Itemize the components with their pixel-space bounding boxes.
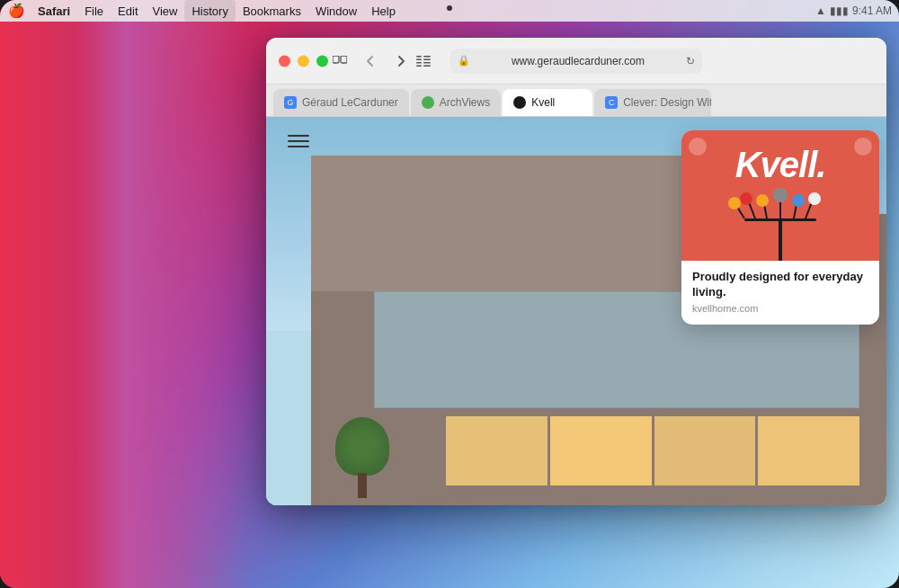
kvell-corner-left xyxy=(689,138,707,156)
menu-bar: 🍎 Safari File Edit View History Bookmark… xyxy=(0,0,899,22)
svg-rect-4 xyxy=(416,62,422,64)
svg-line-22 xyxy=(737,207,744,218)
svg-line-20 xyxy=(806,202,812,218)
svg-point-17 xyxy=(756,194,769,207)
svg-point-21 xyxy=(808,192,821,205)
window-pane-1 xyxy=(446,416,547,486)
tab-label-geraud: Géraud LeCarduner xyxy=(302,96,398,109)
forward-button[interactable] xyxy=(388,49,414,74)
window-pane-3 xyxy=(654,416,756,486)
title-bar: 🔒 www.geraudlecarduner.com ↻ xyxy=(266,38,886,85)
tab-favicon-geraud: G xyxy=(284,96,297,109)
battery-icon: ▮▮▮ xyxy=(830,4,849,17)
wifi-icon: ▲ xyxy=(815,4,826,17)
svg-line-14 xyxy=(749,202,755,218)
macbook-shell: 🍎 Safari File Edit View History Bookmark… xyxy=(0,0,899,588)
tab-clever[interactable]: C Clever: Design Wit... xyxy=(594,89,711,116)
address-text: www.geraudlecarduner.com xyxy=(476,55,681,67)
building-upper xyxy=(311,156,743,291)
building-windows-lower xyxy=(446,416,859,486)
camera-notch xyxy=(447,5,452,11)
svg-point-19 xyxy=(792,194,805,207)
menu-safari[interactable]: Safari xyxy=(31,0,77,22)
menu-line-1 xyxy=(288,135,309,137)
menu-view[interactable]: View xyxy=(146,0,185,22)
reader-mode-button[interactable] xyxy=(414,52,432,70)
tab-archviews[interactable]: ArchViews xyxy=(411,89,501,116)
menu-help[interactable]: Help xyxy=(364,0,403,22)
svg-rect-10 xyxy=(779,220,782,261)
tab-favicon-kvell xyxy=(513,96,526,109)
svg-point-13 xyxy=(773,188,788,202)
svg-rect-1 xyxy=(341,56,347,63)
webpage-background: Kvell. xyxy=(266,117,886,505)
tab-favicon-clever: C xyxy=(605,96,618,109)
svg-rect-2 xyxy=(416,56,422,58)
svg-point-15 xyxy=(740,192,752,205)
screen-bezel: 🍎 Safari File Edit View History Bookmark… xyxy=(0,0,899,588)
menu-window[interactable]: Window xyxy=(308,0,364,22)
tab-bar: G Géraud LeCarduner ArchViews Kvell xyxy=(266,85,886,117)
menu-history[interactable]: History xyxy=(184,0,235,22)
lamp-decoration xyxy=(726,184,834,261)
tab-favicon-archviews xyxy=(422,96,434,109)
tab-overview-button[interactable] xyxy=(327,49,352,74)
tab-label-clever: Clever: Design Wit... xyxy=(623,96,711,109)
tree xyxy=(331,417,394,498)
kvell-corner-right xyxy=(854,138,872,156)
window-pane-4 xyxy=(758,416,859,486)
menu-line-3 xyxy=(288,146,309,147)
tree-crown xyxy=(335,417,389,476)
browser-content: Kvell. xyxy=(266,117,886,505)
close-button[interactable] xyxy=(279,55,290,67)
address-bar[interactable]: 🔒 www.geraudlecarduner.com ↻ xyxy=(450,49,702,74)
svg-rect-3 xyxy=(416,58,422,60)
tab-geraud[interactable]: G Géraud LeCarduner xyxy=(273,89,409,116)
page-menu-icon[interactable] xyxy=(288,135,309,147)
kvell-card-header: Kvell. xyxy=(681,130,879,261)
svg-rect-11 xyxy=(744,218,816,221)
svg-point-23 xyxy=(728,197,741,209)
clock: 9:41 AM xyxy=(852,4,892,17)
browser-window: 🔒 www.geraudlecarduner.com ↻ G Géraud Le… xyxy=(266,38,886,505)
lock-icon: 🔒 xyxy=(458,55,470,67)
svg-rect-0 xyxy=(333,56,339,63)
menu-line-2 xyxy=(288,140,309,142)
svg-rect-8 xyxy=(423,62,431,64)
menu-bookmarks[interactable]: Bookmarks xyxy=(236,0,308,22)
tab-kvell[interactable]: Kvell xyxy=(503,89,592,116)
menu-file[interactable]: File xyxy=(77,0,111,22)
svg-rect-6 xyxy=(423,56,431,58)
kvell-card-tagline: Proudly designed for everyday living. xyxy=(692,270,868,300)
tab-label-kvell: Kvell xyxy=(531,96,555,109)
svg-rect-7 xyxy=(423,58,431,60)
desktop-wallpaper-gradient xyxy=(0,0,252,588)
window-pane-2 xyxy=(550,416,652,486)
minimize-button[interactable] xyxy=(298,55,309,67)
kvell-card-url: kvellhome.com xyxy=(692,303,868,314)
kvell-logo: Kvell. xyxy=(735,145,826,185)
tree-trunk xyxy=(358,473,367,498)
svg-rect-5 xyxy=(416,65,422,67)
kvell-card[interactable]: Kvell. xyxy=(681,130,879,325)
svg-rect-9 xyxy=(423,65,431,67)
desktop: 🍎 Safari File Edit View History Bookmark… xyxy=(0,0,899,588)
back-button[interactable] xyxy=(358,49,383,74)
apple-menu-icon[interactable]: 🍎 xyxy=(7,2,25,20)
tab-label-archviews: ArchViews xyxy=(440,96,490,109)
menu-edit[interactable]: Edit xyxy=(111,0,145,22)
toolbar-buttons xyxy=(318,49,414,74)
menu-bar-right: ▲ ▮▮▮ 9:41 AM xyxy=(815,4,892,17)
kvell-card-body: Proudly designed for everyday living. kv… xyxy=(681,261,879,325)
refresh-button[interactable]: ↻ xyxy=(686,55,695,67)
